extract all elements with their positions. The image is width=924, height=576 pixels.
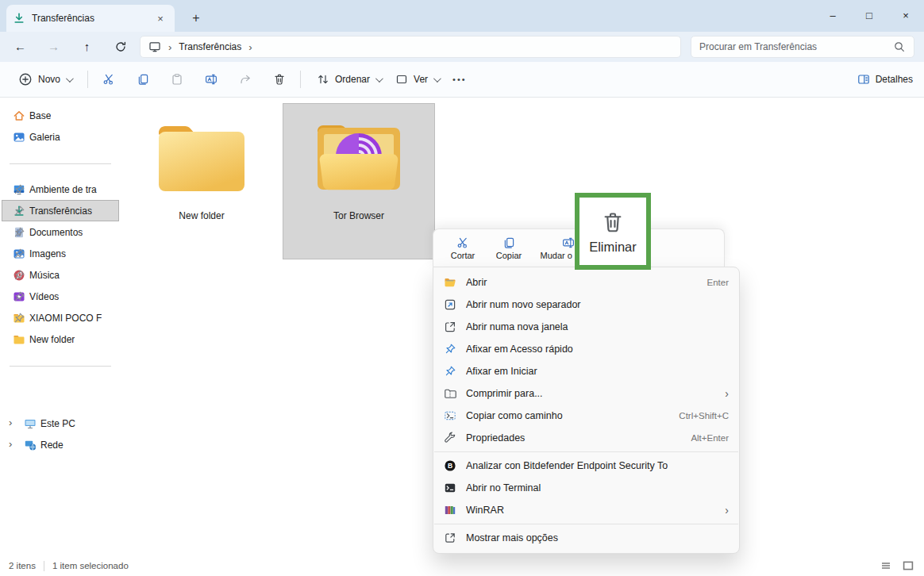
sidebar-spacer (0, 381, 121, 413)
search-placeholder: Procurar em Transferências (699, 41, 817, 52)
pin-icon (13, 248, 25, 260)
view-button[interactable]: Ver (388, 68, 446, 90)
expand-chevron-icon[interactable]: › (9, 417, 12, 428)
open-new-window-icon (444, 321, 456, 333)
menu-item-copiar-como-caminho[interactable]: Copiar como caminhoCtrl+Shift+C (433, 405, 739, 427)
items-count: 2 itens (9, 561, 36, 570)
sidebar-item-musica[interactable]: Música (2, 264, 119, 286)
menu-item-label: Analizar con Bitdefender Endpoint Securi… (466, 460, 729, 471)
sidebar-item-transferencias[interactable]: Transferências (2, 200, 119, 221)
sidebar-item-label: Vídeos (29, 291, 59, 302)
sidebar-item-imagens[interactable]: Imagens (2, 243, 119, 264)
menu-item-abrir-numa-nova-janela[interactable]: Abrir numa nova janela (433, 316, 739, 338)
navigation-pane: BaseGaleriaAmbiente de traTransferências… (0, 98, 121, 555)
sidebar-divider (10, 163, 111, 164)
menu-item-mostrar-mais-opcoes[interactable]: Mostrar mais opções (433, 527, 739, 549)
command-cortar[interactable]: Cortar (440, 233, 486, 263)
menu-item-afixar-em-iniciar[interactable]: Afixar em Iniciar (433, 360, 739, 382)
sidebar-item-rede[interactable]: ›Rede (2, 434, 119, 455)
menu-item-comprimir-para[interactable]: Comprimir para...› (433, 382, 739, 405)
selected-count: 1 item selecionado (52, 561, 129, 570)
breadcrumb-chevron-icon: › (168, 41, 171, 53)
cut-icon (102, 73, 115, 86)
view-button-label: Ver (414, 74, 428, 85)
expand-chevron-icon[interactable]: › (9, 438, 12, 450)
more-options-button[interactable]: ••• (446, 75, 473, 84)
close-button[interactable]: × (887, 0, 924, 30)
menu-item-winrar[interactable]: WinRAR› (433, 499, 739, 521)
file-item-new-folder[interactable]: New folder (125, 103, 278, 259)
sidebar-item-este-pc[interactable]: ›Este PC (2, 413, 119, 434)
folder-icon (13, 333, 25, 346)
sidebar-item-xiaomi-poco-f[interactable]: XIAOMI POCO F (2, 307, 119, 328)
annotation-highlight-eliminar: Eliminar (575, 193, 651, 270)
menu-item-label: Afixar em Iniciar (466, 366, 729, 377)
thumbnail-view-button[interactable] (902, 559, 914, 572)
menu-separator (434, 451, 738, 452)
file-name-label: Tor Browser (333, 210, 384, 221)
menu-item-propriedades[interactable]: PropriedadesAlt+Enter (433, 427, 739, 449)
breadcrumb-item-transferencias[interactable]: Transferências (179, 41, 241, 52)
sidebar-item-label: Galeria (29, 132, 60, 143)
annotation-label: Eliminar (589, 240, 637, 255)
rename-icon (562, 236, 575, 249)
search-icon (893, 40, 906, 53)
sidebar-item-videos[interactable]: Vídeos (2, 286, 119, 307)
search-box[interactable]: Procurar em Transferências (691, 36, 914, 58)
breadcrumb[interactable]: › Transferências › (140, 36, 681, 58)
cut-button[interactable] (97, 67, 121, 91)
command-copiar[interactable]: Copiar (486, 233, 532, 263)
trash-icon (273, 73, 286, 86)
menu-item-label: Abrir numa nova janela (466, 321, 729, 332)
breadcrumb-chevron-icon: › (248, 41, 252, 53)
back-button[interactable]: ← (8, 34, 33, 59)
copy-path-icon (444, 409, 456, 422)
details-pane-button[interactable]: Detalhes (857, 73, 913, 86)
status-bar: 2 itens 1 item selecionado (0, 555, 924, 576)
menu-shortcut: Alt+Enter (691, 433, 729, 443)
sidebar-item-galeria[interactable]: Galeria (2, 126, 119, 148)
list-view-button[interactable] (880, 559, 892, 572)
file-item-tor-browser[interactable]: Tor Browser (283, 103, 435, 259)
network-icon (24, 439, 37, 451)
tab-close-button[interactable]: × (152, 10, 168, 26)
chevron-down-icon (433, 75, 441, 83)
forward-button: → (41, 34, 66, 59)
up-button[interactable]: ↑ (75, 34, 99, 59)
view-icon (395, 73, 408, 86)
submenu-chevron-icon: › (725, 504, 729, 516)
menu-shortcut: Ctrl+Shift+C (679, 411, 729, 420)
sidebar-item-documentos[interactable]: Documentos (2, 221, 119, 243)
menu-item-afixar-em-acesso-rapido[interactable]: Afixar em Acesso rápido (433, 338, 739, 360)
rename-button[interactable] (199, 67, 223, 91)
properties-icon (444, 432, 456, 444)
window-controls: – □ × (814, 0, 924, 30)
menu-item-abrir-num-novo-separador[interactable]: Abrir num novo separador (433, 294, 739, 316)
sort-button[interactable]: Ordenar (310, 68, 388, 90)
sidebar-item-label: New folder (29, 334, 75, 345)
sidebar-item-new-folder[interactable]: New folder (2, 328, 119, 350)
menu-item-label: WinRAR (466, 505, 718, 516)
menu-item-analizar-con-bitdefender-endpoint-security-to[interactable]: BAnalizar con Bitdefender Endpoint Secur… (433, 455, 739, 477)
maximize-button[interactable]: □ (851, 0, 887, 30)
new-button[interactable]: Novo (11, 67, 79, 91)
refresh-button[interactable] (108, 34, 133, 59)
minimize-button[interactable]: – (814, 0, 851, 30)
sort-button-label: Ordenar (335, 74, 370, 85)
menu-item-abrir[interactable]: AbrirEnter (433, 271, 739, 294)
sort-icon (317, 73, 329, 86)
delete-button[interactable] (268, 67, 291, 91)
menu-item-abrir-no-terminal[interactable]: Abrir no Terminal (433, 477, 739, 499)
copy-button[interactable] (131, 67, 155, 91)
pc-icon (24, 417, 37, 430)
sidebar-item-label: XIAOMI POCO F (29, 313, 102, 324)
sidebar-item-base[interactable]: Base (2, 105, 119, 126)
sidebar-item-ambiente-de-tra[interactable]: Ambiente de tra (2, 179, 119, 200)
tor-folder-large-icon (308, 117, 410, 199)
new-tab-button[interactable]: + (186, 9, 206, 28)
paste-button (165, 67, 189, 91)
sidebar-item-label: Ambiente de tra (29, 184, 97, 195)
zip-icon (444, 387, 456, 400)
tab-transferencias[interactable]: Transferências × (6, 5, 175, 32)
menu-item-label: Mostrar mais opções (466, 532, 729, 543)
